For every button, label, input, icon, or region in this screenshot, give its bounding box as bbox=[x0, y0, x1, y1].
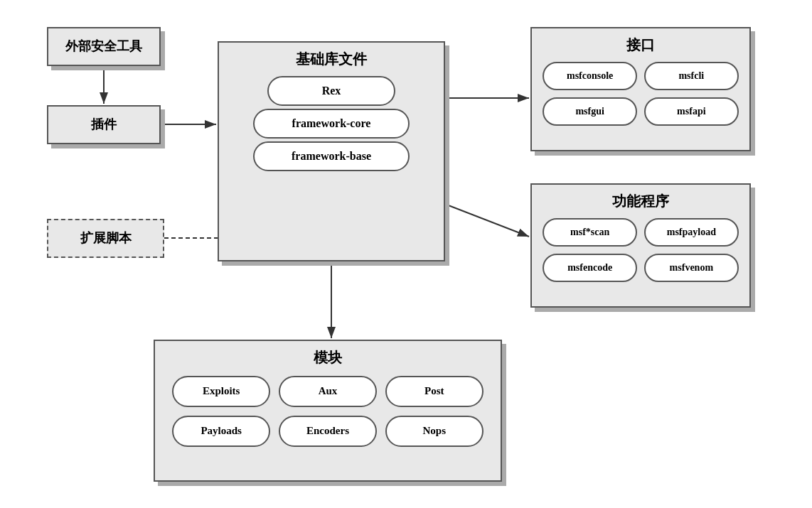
post-box: Post bbox=[385, 376, 484, 407]
architecture-diagram: 外部安全工具 插件 扩展脚本 基础库文件 Rex framework-core … bbox=[33, 13, 779, 496]
msfpayload-box: msfpayload bbox=[644, 218, 739, 247]
exploits-box: Exploits bbox=[172, 376, 270, 407]
msfpayload-label: msfpayload bbox=[667, 227, 716, 238]
aux-label: Aux bbox=[319, 385, 338, 397]
msfencode-box: msfencode bbox=[543, 254, 637, 282]
rex-box: Rex bbox=[267, 76, 395, 106]
base-lib-title: 基础库文件 bbox=[296, 50, 367, 69]
external-tool-box: 外部安全工具 bbox=[47, 27, 161, 66]
nops-label: Nops bbox=[423, 425, 447, 437]
plugin-box: 插件 bbox=[47, 105, 161, 144]
modules-box: 模块 Exploits Aux Post Payloads Encoders N… bbox=[154, 340, 502, 482]
msfconsole-box: msfconsole bbox=[543, 62, 637, 90]
functions-grid: msf*scan msfpayload msfencode msfvenom bbox=[543, 218, 738, 282]
msfvenom-box: msfvenom bbox=[644, 254, 739, 282]
payloads-label: Payloads bbox=[201, 425, 242, 437]
interface-box: 接口 msfconsole msfcli msfgui msfapi bbox=[530, 27, 751, 151]
payloads-box: Payloads bbox=[172, 416, 270, 447]
rex-label: Rex bbox=[322, 85, 341, 97]
framework-core-box: framework-core bbox=[253, 109, 410, 139]
msfapi-label: msfapi bbox=[677, 106, 705, 117]
ext-script-label: 扩展脚本 bbox=[80, 229, 132, 247]
msfconsole-label: msfconsole bbox=[567, 70, 613, 82]
modules-title: 模块 bbox=[314, 348, 342, 367]
interface-grid: msfconsole msfcli msfgui msfapi bbox=[543, 62, 738, 126]
modules-grid: Exploits Aux Post Payloads Encoders Nops bbox=[172, 376, 483, 447]
framework-base-box: framework-base bbox=[253, 141, 410, 171]
functions-box: 功能程序 msf*scan msfpayload msfencode msfve… bbox=[530, 183, 751, 308]
functions-title: 功能程序 bbox=[612, 192, 669, 211]
nops-box: Nops bbox=[385, 416, 484, 447]
aux-box: Aux bbox=[279, 376, 377, 407]
msfgui-label: msfgui bbox=[575, 106, 604, 117]
base-lib-inner: Rex framework-core framework-base bbox=[219, 76, 444, 171]
interface-title: 接口 bbox=[626, 36, 655, 55]
msfcli-label: msfcli bbox=[678, 70, 704, 82]
msfscan-box: msf*scan bbox=[543, 218, 637, 247]
msfvenom-label: msfvenom bbox=[670, 262, 713, 274]
framework-base-label: framework-base bbox=[292, 150, 371, 163]
base-lib-box: 基础库文件 Rex framework-core framework-base bbox=[218, 41, 445, 261]
msfscan-label: msf*scan bbox=[570, 227, 609, 238]
encoders-box: Encoders bbox=[279, 416, 377, 447]
msfcli-box: msfcli bbox=[644, 62, 739, 90]
framework-core-label: framework-core bbox=[292, 117, 371, 130]
msfapi-box: msfapi bbox=[644, 97, 739, 126]
external-tool-label: 外部安全工具 bbox=[65, 38, 142, 55]
plugin-label: 插件 bbox=[91, 116, 117, 133]
msfgui-box: msfgui bbox=[543, 97, 637, 126]
exploits-label: Exploits bbox=[203, 385, 240, 397]
ext-script-box: 扩展脚本 bbox=[47, 219, 164, 258]
svg-line-7 bbox=[447, 205, 529, 237]
post-label: Post bbox=[424, 385, 444, 397]
encoders-label: Encoders bbox=[306, 425, 349, 437]
msfencode-label: msfencode bbox=[567, 262, 612, 274]
